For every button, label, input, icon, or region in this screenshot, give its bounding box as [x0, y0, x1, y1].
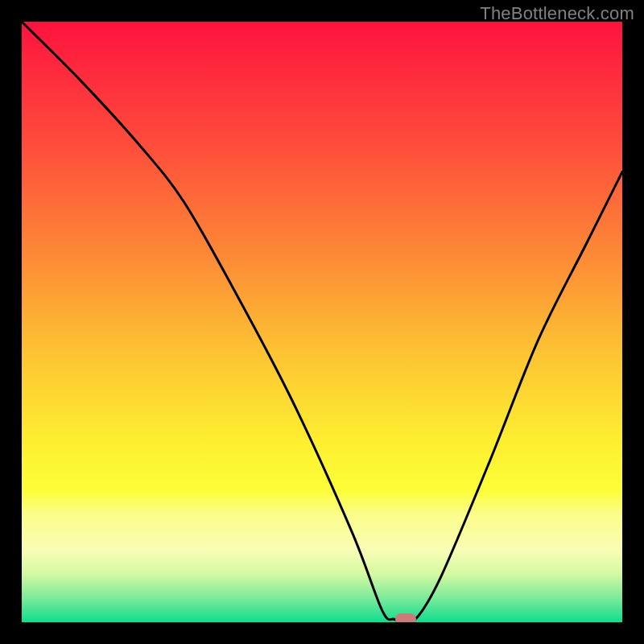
optimal-marker	[395, 613, 416, 622]
bottleneck-curve	[22, 22, 622, 622]
chart-frame: TheBottleneck.com	[0, 0, 644, 644]
plot-area	[22, 22, 622, 622]
